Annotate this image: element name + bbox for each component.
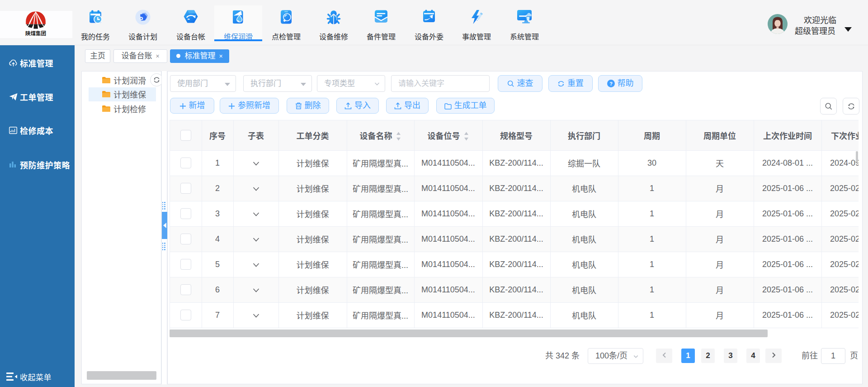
svg-text:?: ? <box>609 81 613 86</box>
svg-text:陕煤集团: 陕煤集团 <box>25 29 46 37</box>
